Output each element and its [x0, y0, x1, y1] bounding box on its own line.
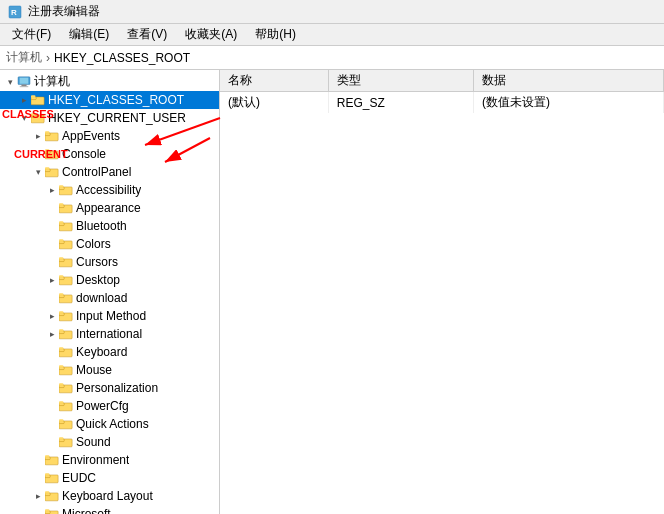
tree-node-bluetooth[interactable]: Bluetooth: [0, 217, 219, 235]
svg-rect-41: [59, 293, 63, 296]
tree-node-console[interactable]: Console: [0, 145, 219, 163]
tree-node-microsoft[interactable]: Microsoft: [0, 505, 219, 514]
tree-node-colors[interactable]: Colors: [0, 235, 219, 253]
tree-node-appearance[interactable]: Appearance: [0, 199, 219, 217]
cell-data: (数值未设置): [474, 92, 664, 114]
folder-icon-appevents: [44, 129, 60, 143]
tree-node-computer[interactable]: ▾ 计算机: [0, 72, 219, 91]
tree-label-appearance: Appearance: [76, 201, 141, 215]
svg-rect-59: [59, 401, 63, 404]
folder-icon-eudc: [44, 471, 60, 485]
tree-node-quickactions[interactable]: Quick Actions: [0, 415, 219, 433]
expand-btn-desktop[interactable]: ▸: [46, 274, 58, 286]
tree-node-international[interactable]: ▸ International: [0, 325, 219, 343]
folder-icon-powercfg: [58, 399, 74, 413]
tree-label-quickactions: Quick Actions: [76, 417, 149, 431]
folder-icon-inputmethod: [58, 309, 74, 323]
tree-node-environment[interactable]: Environment: [0, 451, 219, 469]
tree-node-accessibility[interactable]: ▸ Accessibility: [0, 181, 219, 199]
folder-icon-accessibility: [58, 183, 74, 197]
svg-rect-50: [59, 347, 63, 350]
folder-icon-controlpanel: [44, 165, 60, 179]
svg-rect-32: [59, 239, 63, 242]
tree-label-mouse: Mouse: [76, 363, 112, 377]
tree-node-appevents[interactable]: ▸ AppEvents: [0, 127, 219, 145]
registry-tree[interactable]: ▾ 计算机▸ HKEY_CLASSES_ROOT▾ HKEY_CURRENT_U…: [0, 70, 220, 514]
svg-rect-53: [59, 365, 63, 368]
folder-icon-mouse: [58, 363, 74, 377]
tree-label-environment: Environment: [62, 453, 129, 467]
folder-icon-colors: [58, 237, 74, 251]
folder-icon-appearance: [58, 201, 74, 215]
expand-btn-keyboardlayout[interactable]: ▸: [32, 490, 44, 502]
title-bar: R 注册表编辑器: [0, 0, 664, 24]
tree-node-download[interactable]: download: [0, 289, 219, 307]
tree-node-powercfg[interactable]: PowerCfg: [0, 397, 219, 415]
folder-icon-hkcu: [30, 111, 46, 125]
menu-edit[interactable]: 编辑(E): [61, 24, 117, 45]
tree-label-controlpanel: ControlPanel: [62, 165, 131, 179]
menu-favorites[interactable]: 收藏夹(A): [177, 24, 245, 45]
menu-file[interactable]: 文件(F): [4, 24, 59, 45]
svg-rect-47: [59, 329, 63, 332]
tree-node-cursors[interactable]: Cursors: [0, 253, 219, 271]
svg-rect-77: [45, 509, 49, 512]
svg-rect-4: [21, 84, 26, 86]
tree-node-controlpanel[interactable]: ▾ ControlPanel: [0, 163, 219, 181]
tree-label-console: Console: [62, 147, 106, 161]
svg-rect-29: [59, 221, 63, 224]
expand-btn-inputmethod[interactable]: ▸: [46, 310, 58, 322]
svg-rect-26: [59, 203, 63, 206]
tree-label-personalization: Personalization: [76, 381, 158, 395]
expand-btn-controlpanel[interactable]: ▾: [32, 166, 44, 178]
tree-node-hkcu[interactable]: ▾ HKEY_CURRENT_USER: [0, 109, 219, 127]
tree-label-hkcr: HKEY_CLASSES_ROOT: [48, 93, 184, 107]
window-title: 注册表编辑器: [28, 3, 100, 20]
svg-rect-8: [31, 95, 35, 98]
tree-node-hkcr[interactable]: ▸ HKEY_CLASSES_ROOT: [0, 91, 219, 109]
expand-btn-accessibility[interactable]: ▸: [46, 184, 58, 196]
table-row[interactable]: (默认)REG_SZ(数值未设置): [220, 92, 664, 114]
menu-help[interactable]: 帮助(H): [247, 24, 304, 45]
tree-label-powercfg: PowerCfg: [76, 399, 129, 413]
tree-label-microsoft: Microsoft: [62, 507, 111, 514]
folder-icon-bluetooth: [58, 219, 74, 233]
tree-node-inputmethod[interactable]: ▸ Input Method: [0, 307, 219, 325]
expand-btn-international[interactable]: ▸: [46, 328, 58, 340]
tree-node-mouse[interactable]: Mouse: [0, 361, 219, 379]
svg-rect-65: [59, 437, 63, 440]
tree-node-personalization[interactable]: Personalization: [0, 379, 219, 397]
tree-label-international: International: [76, 327, 142, 341]
svg-rect-35: [59, 257, 63, 260]
folder-icon-quickactions: [58, 417, 74, 431]
folder-icon-download: [58, 291, 74, 305]
svg-rect-38: [59, 275, 63, 278]
tree-label-eudc: EUDC: [62, 471, 96, 485]
tree-label-appevents: AppEvents: [62, 129, 120, 143]
col-type: 类型: [328, 70, 473, 92]
computer-icon: [16, 75, 32, 89]
tree-label-computer: 计算机: [34, 73, 70, 90]
tree-node-eudc[interactable]: EUDC: [0, 469, 219, 487]
tree-node-keyboard[interactable]: Keyboard: [0, 343, 219, 361]
expand-btn-computer[interactable]: ▾: [4, 76, 16, 88]
svg-rect-68: [45, 455, 49, 458]
tree-node-sound[interactable]: Sound: [0, 433, 219, 451]
expand-btn-hkcu[interactable]: ▾: [18, 112, 30, 124]
cell-name: (默认): [220, 92, 328, 114]
cell-type: REG_SZ: [328, 92, 473, 114]
svg-rect-17: [45, 149, 49, 152]
folder-icon-cursors: [58, 255, 74, 269]
folder-icon-console: [44, 147, 60, 161]
folder-icon-keyboard: [58, 345, 74, 359]
tree-label-accessibility: Accessibility: [76, 183, 141, 197]
tree-label-sound: Sound: [76, 435, 111, 449]
folder-icon-hkcr: [30, 93, 46, 107]
expand-btn-hkcr[interactable]: ▸: [18, 94, 30, 106]
svg-rect-23: [59, 185, 63, 188]
svg-rect-20: [45, 167, 49, 170]
tree-node-keyboardlayout[interactable]: ▸ Keyboard Layout: [0, 487, 219, 505]
menu-view[interactable]: 查看(V): [119, 24, 175, 45]
expand-btn-appevents[interactable]: ▸: [32, 130, 44, 142]
tree-node-desktop[interactable]: ▸ Desktop: [0, 271, 219, 289]
